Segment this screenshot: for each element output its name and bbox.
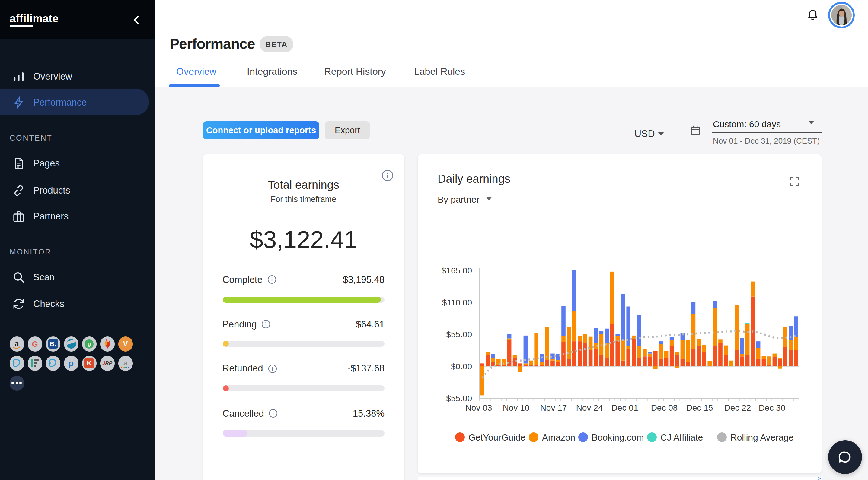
svg-text:$165.00: $165.00 xyxy=(441,266,472,275)
svg-text:CJ Affiliate: CJ Affiliate xyxy=(660,432,703,442)
svg-text:GetYourGuide: GetYourGuide xyxy=(468,432,525,442)
svg-text:Dec 22: Dec 22 xyxy=(724,403,751,412)
svg-text:$0.00: $0.00 xyxy=(451,362,472,371)
svg-text:$110.00: $110.00 xyxy=(442,298,472,307)
svg-text:Nov 10: Nov 10 xyxy=(503,403,530,412)
svg-text:Nov 24: Nov 24 xyxy=(576,403,603,412)
svg-text:Nov 03: Nov 03 xyxy=(465,403,492,412)
svg-text:Dec 01: Dec 01 xyxy=(612,403,638,412)
svg-text:-$55.00: -$55.00 xyxy=(443,394,472,403)
svg-text:$55.00: $55.00 xyxy=(446,330,472,339)
svg-text:Nov 17: Nov 17 xyxy=(540,403,567,412)
svg-text:Rolling Average: Rolling Average xyxy=(731,432,794,442)
svg-text:Dec 08: Dec 08 xyxy=(651,403,678,412)
svg-text:Amazon: Amazon xyxy=(542,432,575,442)
svg-text:Dec 15: Dec 15 xyxy=(686,403,713,412)
svg-text:Booking.com: Booking.com xyxy=(592,432,644,442)
svg-text:Dec 30: Dec 30 xyxy=(759,403,785,412)
